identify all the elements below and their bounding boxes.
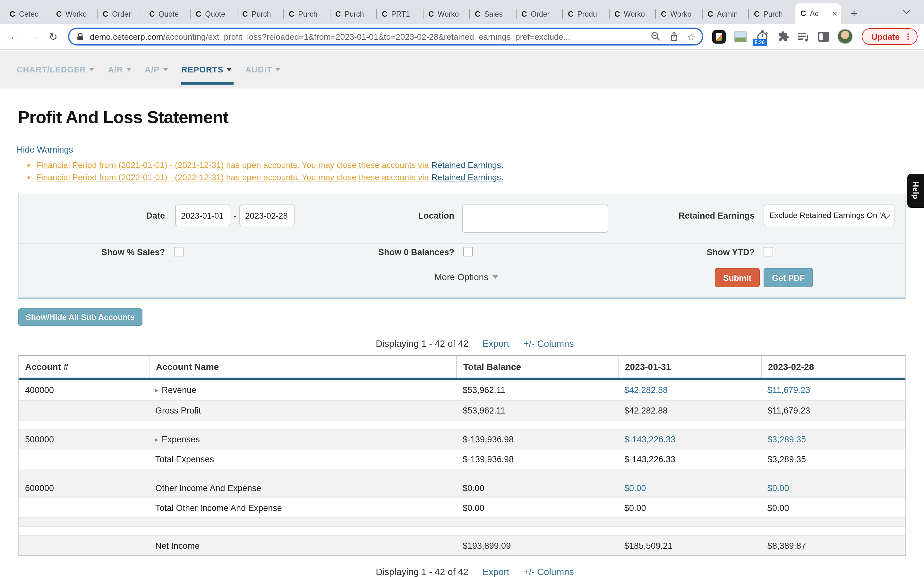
account-number-cell xyxy=(19,401,149,420)
nav-item-reports[interactable]: REPORTS xyxy=(181,65,232,74)
export-link-bottom[interactable]: Export xyxy=(483,567,509,577)
retained-earnings-link[interactable]: Retained Earnings. xyxy=(431,160,503,170)
tab[interactable]: CPurch xyxy=(748,4,795,24)
tab[interactable]: CCetec xyxy=(4,4,50,24)
url-path: /accounting/ext_profit_loss?reloaded=1&f… xyxy=(163,32,570,41)
url-text[interactable]: demo.cetecerp.com/accounting/ext_profit_… xyxy=(90,32,642,41)
triangle-down-icon xyxy=(126,68,131,71)
stopwatch-extension-icon[interactable]: 5.26 xyxy=(755,29,769,44)
share-icon[interactable] xyxy=(669,31,678,42)
submit-button[interactable]: Submit xyxy=(715,268,760,287)
retained-earnings-select[interactable]: Exclude Retained Earnings On 'A xyxy=(764,205,895,226)
tab[interactable]: CProdu xyxy=(562,4,609,24)
tab[interactable]: COrder xyxy=(515,4,562,24)
cetec-favicon: C xyxy=(708,9,713,18)
cetec-favicon: C xyxy=(289,9,294,18)
playlist-icon[interactable] xyxy=(798,31,810,42)
month1-cell[interactable]: $42,282.88 xyxy=(618,380,761,400)
expand-arrow-icon[interactable]: ▸ xyxy=(155,387,158,394)
expand-arrow-icon[interactable]: ▸ xyxy=(155,436,158,443)
tab[interactable]: CPurch xyxy=(330,4,376,24)
columns-link-bottom[interactable]: +/- Columns xyxy=(523,567,574,577)
month1-cell[interactable]: $0.00 xyxy=(618,478,761,498)
more-options-button[interactable]: More Options xyxy=(435,272,499,282)
account-name-cell[interactable]: ▸Expenses xyxy=(149,430,456,449)
location-input[interactable] xyxy=(462,205,608,233)
column-header[interactable]: 2023-02-28 xyxy=(761,356,905,378)
tab-search-chevron-icon[interactable] xyxy=(904,8,910,13)
tab-label: Worko xyxy=(438,10,465,18)
profile-avatar[interactable] xyxy=(837,29,853,44)
warnings-list: •Financial Period from (2021-01-01) - (2… xyxy=(27,159,503,183)
bookmark-star-icon[interactable]: ☆ xyxy=(687,32,696,41)
date-to-input[interactable] xyxy=(239,205,294,226)
show-ytd-checkbox[interactable] xyxy=(764,247,773,256)
nav-item-label: AUDIT xyxy=(245,65,272,74)
tab-strip: CCetecCWorkoCOrderCQuoteCQuoteCPurchCPur… xyxy=(0,0,924,24)
column-header[interactable]: 2023-01-31 xyxy=(618,356,761,378)
export-link[interactable]: Export xyxy=(483,338,509,349)
tab[interactable]: CPurch xyxy=(236,4,283,24)
columns-link[interactable]: +/- Columns xyxy=(523,338,574,349)
warning-item: •Financial Period from (2022-01-01) - (2… xyxy=(27,171,503,183)
month1-cell[interactable]: $-143,226.33 xyxy=(618,430,761,449)
forward-icon[interactable]: → xyxy=(24,31,44,42)
browser-menu-icon[interactable]: ⋮ xyxy=(904,33,912,40)
total-balance-cell: $0.00 xyxy=(456,498,618,517)
month1-cell: $0.00 xyxy=(618,498,761,517)
account-name-cell[interactable]: ▸Revenue xyxy=(149,380,456,400)
tab[interactable]: CWorko xyxy=(50,4,97,24)
tab[interactable]: CSales xyxy=(469,4,515,24)
zoom-out-icon[interactable] xyxy=(650,31,661,42)
help-tab[interactable]: Help xyxy=(907,174,924,208)
retained-earnings-link[interactable]: Retained Earnings. xyxy=(431,172,503,182)
get-pdf-button[interactable]: Get PDF xyxy=(764,268,813,287)
location-label: Location xyxy=(390,211,454,221)
screenshot-extension-icon[interactable] xyxy=(734,31,747,42)
tab[interactable]: COrder xyxy=(97,4,144,24)
column-header[interactable]: Account Name xyxy=(149,356,456,378)
new-tab-button[interactable]: + xyxy=(845,5,863,23)
account-name: Gross Profit xyxy=(155,406,201,415)
tab[interactable]: CPurch xyxy=(283,4,330,24)
hide-warnings-link[interactable]: Hide Warnings xyxy=(17,145,73,155)
warning-text-link[interactable]: Financial Period from (2021-01-01) - (20… xyxy=(36,160,429,170)
tab[interactable]: CQuote xyxy=(144,4,190,24)
account-name-cell: Gross Profit xyxy=(149,401,456,420)
total-balance-cell: $53,962.11 xyxy=(456,380,618,400)
reload-icon[interactable]: ↻ xyxy=(44,31,63,43)
tab[interactable]: CWorko xyxy=(655,4,702,24)
show-sales-checkbox[interactable] xyxy=(174,247,184,256)
sidebar-toggle-icon[interactable] xyxy=(818,32,829,41)
month2-cell[interactable]: $0.00 xyxy=(761,478,905,498)
show-zero-balances-checkbox[interactable] xyxy=(463,247,473,256)
puzzle-extensions-icon[interactable] xyxy=(778,31,789,42)
month2-cell[interactable]: $11,679.23 xyxy=(761,380,905,400)
update-button[interactable]: Update ⋮ xyxy=(862,28,918,45)
nav-item-a-p[interactable]: A/P xyxy=(145,65,168,74)
nav-item-audit[interactable]: AUDIT xyxy=(245,65,280,74)
warning-text-link[interactable]: Financial Period from (2022-01-01) - (20… xyxy=(36,172,429,182)
show-hide-subaccounts-button[interactable]: Show/Hide All Sub Accounts xyxy=(18,308,142,326)
nav-item-chart-ledger[interactable]: CHART/LEDGER xyxy=(17,65,94,74)
back-icon[interactable]: ← xyxy=(5,31,24,42)
tab-close-icon[interactable]: × xyxy=(832,9,837,18)
date-from-input[interactable] xyxy=(175,205,230,226)
tab-label: Order xyxy=(112,10,140,18)
column-header[interactable]: Total Balance xyxy=(456,356,618,378)
extensions-row: 5.26 xyxy=(712,29,853,44)
address-bar[interactable]: demo.cetecerp.com/accounting/ext_profit_… xyxy=(68,27,703,45)
tab[interactable]: CWorko xyxy=(609,4,655,24)
tab[interactable]: CAdmin xyxy=(702,4,748,24)
nav-item-a-r[interactable]: A/R xyxy=(108,65,131,74)
lock-icon[interactable] xyxy=(76,32,85,41)
column-header[interactable]: Account # xyxy=(19,356,149,378)
month2-cell[interactable]: $3,289.35 xyxy=(761,430,905,449)
total-balance-cell: $-139,936.98 xyxy=(456,450,618,469)
document-extension-icon[interactable] xyxy=(712,30,726,43)
tab[interactable]: CPRT1 xyxy=(376,4,423,24)
tab[interactable]: CQuote xyxy=(190,4,236,24)
tab-active[interactable]: CAc× xyxy=(795,3,841,24)
triangle-down-icon xyxy=(226,68,232,71)
tab[interactable]: CWorko xyxy=(423,4,469,24)
